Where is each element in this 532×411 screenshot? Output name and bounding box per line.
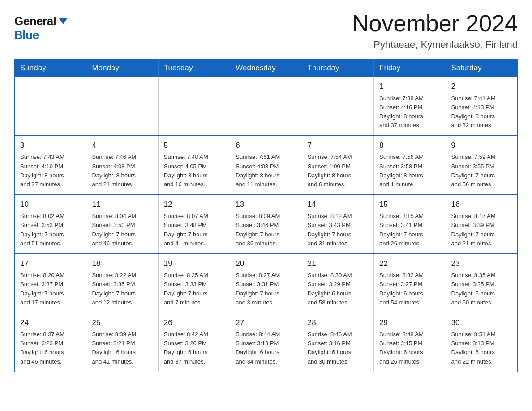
calendar-cell: 23Sunrise: 8:35 AM Sunset: 3:25 PM Dayli… [446, 254, 517, 313]
weekday-header-friday: Friday [374, 59, 446, 77]
logo-blue-text: Blue [14, 28, 39, 42]
weekday-header-row: SundayMondayTuesdayWednesdayThursdayFrid… [15, 59, 518, 77]
calendar-cell: 13Sunrise: 8:09 AM Sunset: 3:46 PM Dayli… [230, 195, 302, 254]
day-number: 29 [379, 317, 441, 329]
day-info: Sunrise: 8:12 AM Sunset: 3:43 PM Dayligh… [308, 212, 369, 248]
calendar-cell: 4Sunrise: 7:46 AM Sunset: 4:08 PM Daylig… [86, 136, 158, 195]
day-info: Sunrise: 7:46 AM Sunset: 4:08 PM Dayligh… [92, 153, 153, 189]
svg-marker-0 [59, 18, 68, 24]
calendar-cell [302, 77, 373, 136]
day-number: 20 [236, 258, 297, 270]
day-info: Sunrise: 7:43 AM Sunset: 4:10 PM Dayligh… [20, 153, 82, 189]
day-number: 18 [92, 258, 153, 270]
day-number: 7 [308, 140, 369, 151]
calendar-cell: 30Sunrise: 8:51 AM Sunset: 3:13 PM Dayli… [446, 313, 517, 372]
title-area: November 2024 Pyhtaeae, Kymenlaakso, Fin… [352, 11, 518, 51]
calendar-cell: 5Sunrise: 7:48 AM Sunset: 4:05 PM Daylig… [158, 136, 230, 195]
calendar-cell: 14Sunrise: 8:12 AM Sunset: 3:43 PM Dayli… [302, 195, 373, 254]
day-info: Sunrise: 7:59 AM Sunset: 3:55 PM Dayligh… [451, 153, 513, 189]
day-number: 21 [308, 258, 369, 270]
day-info: Sunrise: 8:04 AM Sunset: 3:50 PM Dayligh… [92, 212, 153, 248]
day-info: Sunrise: 8:32 AM Sunset: 3:27 PM Dayligh… [379, 271, 441, 307]
calendar-cell: 28Sunrise: 8:46 AM Sunset: 3:16 PM Dayli… [302, 313, 373, 372]
day-info: Sunrise: 8:37 AM Sunset: 3:23 PM Dayligh… [20, 330, 82, 366]
day-number: 24 [20, 317, 82, 329]
day-info: Sunrise: 8:46 AM Sunset: 3:16 PM Dayligh… [308, 330, 369, 366]
day-info: Sunrise: 8:22 AM Sunset: 3:35 PM Dayligh… [92, 271, 153, 307]
day-number: 2 [451, 81, 513, 92]
day-number: 15 [379, 199, 441, 210]
logo-general-text: General [14, 14, 56, 28]
calendar-cell: 24Sunrise: 8:37 AM Sunset: 3:23 PM Dayli… [15, 313, 86, 372]
weekday-header-sunday: Sunday [15, 59, 86, 77]
logo-arrow-icon [57, 14, 69, 27]
month-title: November 2024 [352, 11, 518, 36]
calendar-cell: 12Sunrise: 8:07 AM Sunset: 3:48 PM Dayli… [158, 195, 230, 254]
day-info: Sunrise: 8:15 AM Sunset: 3:41 PM Dayligh… [379, 212, 441, 248]
day-number: 25 [92, 317, 153, 329]
header: General Blue November 2024 Pyhtaeae, Kym… [14, 11, 518, 51]
day-info: Sunrise: 8:35 AM Sunset: 3:25 PM Dayligh… [451, 271, 513, 307]
day-info: Sunrise: 8:39 AM Sunset: 3:21 PM Dayligh… [92, 330, 153, 366]
weekday-header-tuesday: Tuesday [158, 59, 230, 77]
day-number: 23 [451, 258, 513, 270]
day-info: Sunrise: 8:17 AM Sunset: 3:39 PM Dayligh… [451, 212, 513, 248]
calendar-cell: 16Sunrise: 8:17 AM Sunset: 3:39 PM Dayli… [446, 195, 517, 254]
day-number: 3 [20, 140, 82, 151]
weekday-header-thursday: Thursday [302, 59, 373, 77]
calendar-table: SundayMondayTuesdayWednesdayThursdayFrid… [14, 59, 518, 372]
day-info: Sunrise: 8:27 AM Sunset: 3:31 PM Dayligh… [236, 271, 297, 307]
day-number: 17 [20, 258, 82, 270]
week-row-4: 17Sunrise: 8:20 AM Sunset: 3:37 PM Dayli… [15, 254, 518, 313]
calendar-cell: 10Sunrise: 8:02 AM Sunset: 3:53 PM Dayli… [15, 195, 86, 254]
calendar-cell: 9Sunrise: 7:59 AM Sunset: 3:55 PM Daylig… [446, 136, 517, 195]
calendar-cell: 25Sunrise: 8:39 AM Sunset: 3:21 PM Dayli… [86, 313, 158, 372]
calendar-cell: 29Sunrise: 8:48 AM Sunset: 3:15 PM Dayli… [374, 313, 446, 372]
day-number: 4 [92, 140, 153, 151]
day-number: 5 [164, 140, 225, 151]
day-info: Sunrise: 8:20 AM Sunset: 3:37 PM Dayligh… [20, 271, 82, 307]
day-number: 28 [308, 317, 369, 329]
calendar-cell: 3Sunrise: 7:43 AM Sunset: 4:10 PM Daylig… [15, 136, 86, 195]
calendar-cell: 1Sunrise: 7:38 AM Sunset: 4:16 PM Daylig… [374, 77, 446, 136]
calendar-cell: 2Sunrise: 7:41 AM Sunset: 4:13 PM Daylig… [446, 77, 517, 136]
day-info: Sunrise: 8:09 AM Sunset: 3:46 PM Dayligh… [236, 212, 297, 248]
day-number: 1 [379, 81, 441, 92]
calendar-cell: 19Sunrise: 8:25 AM Sunset: 3:33 PM Dayli… [158, 254, 230, 313]
day-number: 10 [20, 199, 82, 210]
weekday-header-saturday: Saturday [446, 59, 517, 77]
day-info: Sunrise: 8:07 AM Sunset: 3:48 PM Dayligh… [164, 212, 225, 248]
calendar-cell [230, 77, 302, 136]
location-title: Pyhtaeae, Kymenlaakso, Finland [352, 39, 518, 51]
day-number: 27 [236, 317, 297, 329]
day-info: Sunrise: 8:25 AM Sunset: 3:33 PM Dayligh… [164, 271, 225, 307]
day-number: 6 [236, 140, 297, 151]
day-info: Sunrise: 7:41 AM Sunset: 4:13 PM Dayligh… [451, 94, 513, 130]
day-number: 12 [164, 199, 225, 210]
day-number: 22 [379, 258, 441, 270]
day-info: Sunrise: 8:30 AM Sunset: 3:29 PM Dayligh… [308, 271, 369, 307]
day-info: Sunrise: 7:48 AM Sunset: 4:05 PM Dayligh… [164, 153, 225, 189]
day-number: 19 [164, 258, 225, 270]
calendar-cell: 8Sunrise: 7:56 AM Sunset: 3:58 PM Daylig… [374, 136, 446, 195]
day-info: Sunrise: 8:51 AM Sunset: 3:13 PM Dayligh… [451, 330, 513, 366]
calendar-cell [158, 77, 230, 136]
calendar-cell: 26Sunrise: 8:42 AM Sunset: 3:20 PM Dayli… [158, 313, 230, 372]
calendar-cell: 6Sunrise: 7:51 AM Sunset: 4:03 PM Daylig… [230, 136, 302, 195]
week-row-5: 24Sunrise: 8:37 AM Sunset: 3:23 PM Dayli… [15, 313, 518, 372]
day-info: Sunrise: 7:56 AM Sunset: 3:58 PM Dayligh… [379, 153, 441, 189]
day-info: Sunrise: 8:44 AM Sunset: 3:18 PM Dayligh… [236, 330, 297, 366]
day-number: 9 [451, 140, 513, 151]
week-row-3: 10Sunrise: 8:02 AM Sunset: 3:53 PM Dayli… [15, 195, 518, 254]
calendar-cell: 20Sunrise: 8:27 AM Sunset: 3:31 PM Dayli… [230, 254, 302, 313]
day-info: Sunrise: 7:51 AM Sunset: 4:03 PM Dayligh… [236, 153, 297, 189]
day-number: 16 [451, 199, 513, 210]
calendar-cell: 17Sunrise: 8:20 AM Sunset: 3:37 PM Dayli… [15, 254, 86, 313]
day-info: Sunrise: 8:42 AM Sunset: 3:20 PM Dayligh… [164, 330, 225, 366]
calendar-cell: 21Sunrise: 8:30 AM Sunset: 3:29 PM Dayli… [302, 254, 373, 313]
day-number: 13 [236, 199, 297, 210]
day-info: Sunrise: 8:48 AM Sunset: 3:15 PM Dayligh… [379, 330, 441, 366]
day-info: Sunrise: 7:54 AM Sunset: 4:00 PM Dayligh… [308, 153, 369, 189]
weekday-header-monday: Monday [86, 59, 158, 77]
calendar-cell [15, 77, 86, 136]
